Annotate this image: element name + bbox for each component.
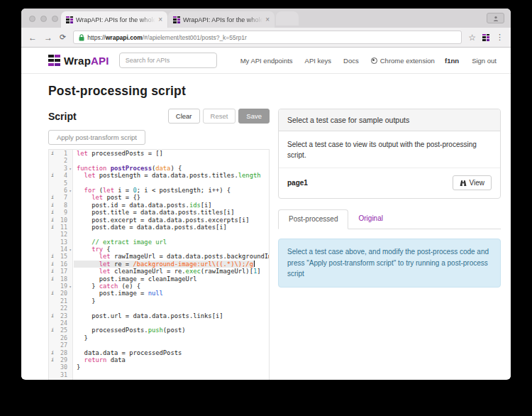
code-line[interactable]: 21 } — [49, 297, 269, 305]
code-line[interactable]: i23 post.url = data.data.posts.links[i] — [49, 312, 269, 319]
gutter-spacer — [49, 231, 56, 238]
code-text: let rawImageUrl = data.data.posts.backgr… — [74, 253, 270, 260]
code-line[interactable]: i18 post.image = cleanImageUrl — [49, 275, 269, 283]
back-icon[interactable]: ← — [28, 33, 37, 43]
code-line[interactable]: i10 post.excerpt = data.data.posts.excer… — [49, 217, 269, 224]
forward-icon[interactable]: → — [44, 33, 52, 43]
tab-title: WrapAPI: APIs for the whole w — [76, 16, 155, 23]
code-text: let processedPosts = [] — [74, 150, 163, 157]
code-line[interactable]: i25 processedPosts.push(post) — [49, 327, 269, 334]
view-button[interactable]: View — [453, 175, 492, 190]
code-line[interactable]: i16 let re = /background-image:url\((.*)… — [49, 261, 269, 268]
clear-button[interactable]: Clear — [168, 109, 200, 124]
gutter-cell: i17 — [49, 268, 74, 275]
logo-text: WrapAPI — [64, 55, 109, 67]
code-line[interactable]: i9 post.title = data.data.posts.titles[i… — [49, 209, 269, 216]
browser-tab-1[interactable]: WrapAPI: APIs for the whole w × — [61, 11, 167, 28]
fold-arrow-icon[interactable]: ▾ — [67, 187, 73, 194]
tab-post-processed[interactable]: Post-processed — [278, 209, 348, 229]
tab-close-icon[interactable]: × — [265, 16, 270, 23]
code-line[interactable]: i4 let postsLength = data.data.posts.tit… — [49, 172, 269, 179]
code-text: post.image = null — [74, 290, 163, 297]
code-text — [74, 371, 77, 378]
code-line[interactable]: 22 — [49, 305, 269, 312]
search-input[interactable] — [119, 53, 217, 68]
lint-info-icon: i — [49, 224, 56, 231]
code-line[interactable]: i28 data.data = processedPosts — [49, 349, 269, 356]
code-line[interactable]: 12 — [49, 231, 269, 238]
chrome-menu-icon[interactable]: ⋮ — [496, 33, 504, 42]
apply-post-transform-button[interactable]: Apply post-transform script — [48, 130, 145, 145]
code-line[interactable]: 5 — [49, 180, 269, 187]
reload-icon[interactable]: ⟳ — [60, 33, 66, 42]
fold-arrow-icon[interactable]: ▾ — [67, 165, 73, 172]
code-text: processedPosts.push(post) — [74, 327, 186, 334]
code-line[interactable]: 3▾function postProcess(data) { — [49, 165, 269, 172]
code-line[interactable]: i8 post.id = data.data.posts.ids[i] — [49, 202, 269, 209]
browser-tab-2[interactable]: WrapAPI: APIs for the whole w × — [168, 11, 275, 28]
code-text: function postProcess(data) { — [74, 165, 182, 172]
line-number: 25 — [56, 327, 67, 334]
gutter-cell: 3▾ — [49, 165, 74, 172]
nav-link-docs[interactable]: Docs — [343, 57, 359, 65]
reset-button[interactable]: Reset — [203, 109, 236, 124]
code-line[interactable]: i11 post.date = data.data.posts.dates[i] — [49, 224, 269, 231]
code-line[interactable]: 19▾ } catch (e) { — [49, 283, 269, 290]
code-line[interactable]: 2 — [49, 157, 269, 164]
nav-account: f1nn Sign out — [445, 57, 497, 65]
code-line[interactable]: i17 let cleanImageUrl = re.exec(rawImage… — [49, 268, 269, 275]
minimize-window-icon[interactable] — [40, 16, 47, 22]
browser-profile-button[interactable] — [487, 13, 504, 23]
new-tab-button[interactable] — [276, 11, 299, 26]
line-number: 21 — [56, 297, 67, 305]
bookmark-star-icon[interactable]: ☆ — [468, 33, 476, 43]
lint-info-icon: i — [49, 275, 56, 283]
code-line[interactable]: i1let processedPosts = [] — [49, 150, 269, 157]
code-line[interactable]: 13 // extract image url — [49, 239, 269, 246]
browser-window: WrapAPI: APIs for the whole w × WrapAPI:… — [21, 9, 511, 380]
nav-link-api-keys[interactable]: API keys — [305, 57, 332, 65]
code-line[interactable]: 31 — [49, 371, 269, 378]
save-button[interactable]: Save — [238, 109, 270, 124]
username-link[interactable]: f1nn — [445, 57, 459, 65]
signout-link[interactable]: Sign out — [472, 57, 497, 65]
wrapapi-logo[interactable]: WrapAPI — [48, 55, 109, 67]
tab-original[interactable]: Original — [348, 209, 392, 229]
code-text: post.title = data.data.posts.titles[i] — [74, 209, 234, 216]
code-line[interactable]: i20 post.image = null — [49, 290, 269, 297]
close-window-icon[interactable] — [29, 16, 35, 22]
code-line[interactable]: 27 — [49, 341, 269, 349]
fold-spacer — [67, 305, 73, 312]
code-line[interactable]: i29 return data — [49, 356, 269, 363]
tab-close-icon[interactable]: × — [158, 16, 162, 23]
code-line[interactable]: 30} — [49, 363, 269, 371]
gutter-cell: i28 — [49, 349, 74, 356]
code-line[interactable]: 26 } — [49, 334, 269, 341]
code-line[interactable]: 24 — [49, 319, 269, 327]
code-line[interactable]: 6▾ for (let i = 0; i < postsLength; i++)… — [49, 187, 269, 194]
code-line[interactable]: i15 let rawImageUrl = data.data.posts.ba… — [49, 253, 269, 260]
nav-link-my-api-endpoints[interactable]: My API endpoints — [240, 57, 293, 65]
code-text: data.data = processedPosts — [74, 349, 182, 356]
line-number: 13 — [56, 239, 67, 246]
code-line[interactable]: i7 let post = {} — [49, 194, 269, 201]
code-editor[interactable]: i1let processedPosts = []23▾function pos… — [48, 149, 270, 380]
address-bar[interactable]: https://wrapapi.com/#/apielement/test001… — [73, 31, 462, 44]
zoom-window-icon[interactable] — [52, 16, 58, 22]
line-number: 19 — [56, 283, 67, 290]
fold-spacer — [67, 180, 73, 187]
code-text: } catch (e) { — [74, 283, 140, 290]
gutter-cell: i11 — [49, 224, 74, 231]
test-case-name: page1 — [287, 177, 308, 188]
code-line[interactable]: 14▾ try { — [49, 246, 269, 253]
fold-spacer — [67, 202, 73, 209]
nav-link-chrome-extension[interactable]: Chrome extension — [371, 57, 435, 65]
line-number: 23 — [56, 312, 67, 319]
wrapapi-extension-icon[interactable] — [482, 34, 489, 41]
fold-arrow-icon[interactable]: ▾ — [67, 246, 73, 253]
code-text: return data — [74, 356, 126, 363]
fold-spacer — [67, 172, 73, 179]
code-text: post.image = cleanImageUrl — [74, 275, 196, 283]
fold-arrow-icon[interactable]: ▾ — [67, 283, 73, 290]
gutter-spacer — [49, 305, 56, 312]
